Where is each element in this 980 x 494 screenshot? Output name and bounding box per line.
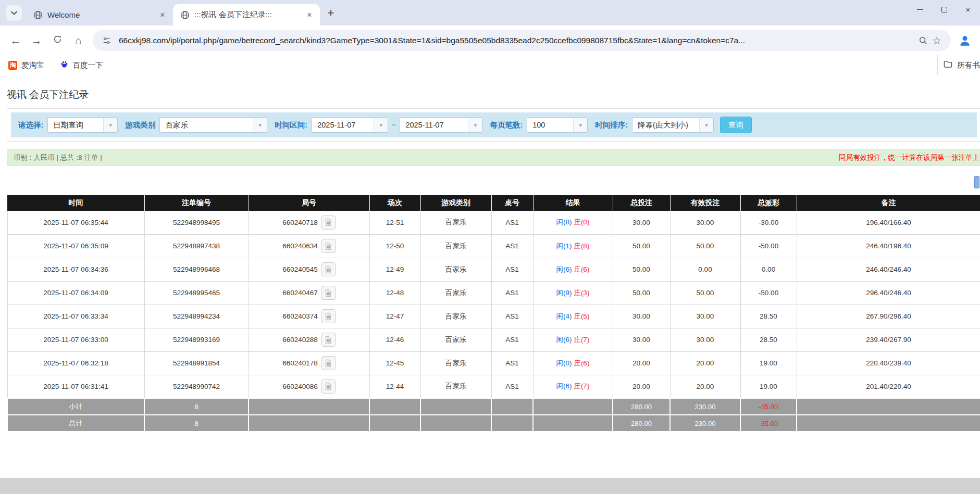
total-bet[interactable]: 20.00 <box>613 375 670 398</box>
result-player: 闲(6) <box>556 265 572 273</box>
address-bar[interactable]: 66cxkj98.com/ipl/portal.php/game/betreco… <box>93 30 951 51</box>
total-bet[interactable]: 30.00 <box>613 211 670 234</box>
bet-time: 2025-11-07 06:35:09 <box>7 234 144 258</box>
result-cell: 闲(9) 庄(3) <box>533 281 613 305</box>
session-number: 12-46 <box>369 328 420 351</box>
zoom-icon[interactable] <box>916 34 930 47</box>
bookmark-baidu[interactable]: 百度一下 <box>60 60 103 71</box>
total-bet[interactable]: 30.00 <box>613 328 670 351</box>
chevron-down-icon[interactable]: ▾ <box>573 118 587 132</box>
round-wrap: 660240086 <box>249 379 369 394</box>
url-text[interactable]: 66cxkj98.com/ipl/portal.php/game/betreco… <box>119 36 911 45</box>
time-range-label: 时间区间: <box>275 120 307 130</box>
close-tab-icon[interactable]: × <box>157 10 168 20</box>
game-type: 百家乐 <box>420 375 491 398</box>
round-number: 660240086 <box>282 383 318 390</box>
session-number: 12-45 <box>369 351 420 375</box>
result-cell: 闲(4) 庄(5) <box>533 305 613 328</box>
total-bet[interactable]: 50.00 <box>613 281 670 305</box>
video-replay-icon[interactable] <box>321 239 336 253</box>
scrollbar-thumb[interactable] <box>974 176 979 188</box>
browser-toolbar: ← → ⌂ 66cxkj98.com/ipl/portal.php/game/b… <box>0 26 980 55</box>
query-type-select[interactable]: 日期查询 ▾ <box>47 117 118 133</box>
total-bet[interactable]: 20.00 <box>613 351 670 375</box>
reload-icon <box>53 34 63 47</box>
tab-welcome[interactable]: Welcome × <box>26 4 173 26</box>
chevron-down-icon[interactable]: ▾ <box>699 118 713 132</box>
result-banker: 庄(7) <box>574 336 589 344</box>
bet-id: 522948996468 <box>144 258 249 281</box>
minimize-button[interactable] <box>908 0 932 19</box>
please-select-label: 请选择: <box>18 120 43 130</box>
bookmark-taobao[interactable]: 淘 爱淘宝 <box>8 60 44 70</box>
date-from-select[interactable]: 2025-11-07 ▾ <box>312 117 388 133</box>
round-cell: 660240374 <box>249 305 369 328</box>
tab-bet-record[interactable]: :::视讯 会员下注纪录::: × <box>173 4 320 26</box>
sort-value[interactable]: 降幂(由大到小) <box>632 118 699 132</box>
back-button[interactable]: ← <box>5 30 26 51</box>
maximize-icon <box>941 7 947 12</box>
chevron-down-icon[interactable]: ▾ <box>374 118 388 132</box>
total-bet[interactable]: 50.00 <box>613 258 670 281</box>
maximize-button[interactable] <box>932 0 956 19</box>
game-type-label: 游戏类别 <box>125 120 155 130</box>
chevron-down-icon[interactable]: ▾ <box>468 118 482 132</box>
date-from-value[interactable]: 2025-11-07 <box>312 118 374 132</box>
sort-select[interactable]: 降幂(由大到小) ▾ <box>632 117 714 133</box>
tab-search-button[interactable] <box>6 5 22 21</box>
bet-time: 2025-11-07 06:31:41 <box>7 375 144 398</box>
payout: -50.00 <box>740 281 797 305</box>
date-to-select[interactable]: 2025-11-07 ▾ <box>400 117 482 133</box>
header-cell: 时间 <box>7 195 144 211</box>
all-bookmarks-button[interactable]: 所有书签 <box>937 55 980 75</box>
summary-empty-cell <box>533 415 613 432</box>
date-to-value[interactable]: 2025-11-07 <box>400 118 468 132</box>
video-replay-icon[interactable] <box>321 216 336 230</box>
table-number: AS1 <box>491 351 533 375</box>
filter-bar: 请选择: 日期查询 ▾ 游戏类别 百家乐 ▾ 时间区间: 2025-11-07 … <box>11 112 977 137</box>
bookmark-star-icon[interactable]: ☆ <box>930 34 944 47</box>
result-cell: 闲(6) 庄(7) <box>533 375 613 398</box>
payout: -50.00 <box>740 234 797 258</box>
close-tab-icon[interactable]: × <box>304 10 315 20</box>
home-button[interactable]: ⌂ <box>68 30 89 51</box>
reload-button[interactable] <box>47 30 68 51</box>
game-type-select[interactable]: 百家乐 ▾ <box>159 117 267 133</box>
valid-bet: 20.00 <box>670 375 740 398</box>
result-player: 闲(6) <box>556 336 572 344</box>
per-page-value[interactable]: 100 <box>527 118 573 132</box>
video-replay-icon[interactable] <box>321 309 336 323</box>
header-cell: 有效投注 <box>670 195 740 211</box>
close-window-button[interactable]: × <box>956 0 980 19</box>
video-replay-icon[interactable] <box>321 333 336 347</box>
query-type-value[interactable]: 日期查询 <box>48 118 103 132</box>
video-replay-icon[interactable] <box>321 286 336 300</box>
profile-avatar[interactable] <box>955 31 975 50</box>
game-type: 百家乐 <box>420 211 491 234</box>
per-page-select[interactable]: 100 ▾ <box>527 117 588 133</box>
result-cell: 闲(1) 庄(8) <box>533 234 613 258</box>
table-row: 2025-11-07 06:32:18522948991854660240178… <box>7 351 980 375</box>
site-settings-icon[interactable] <box>100 34 114 47</box>
total-bet[interactable]: 30.00 <box>613 305 670 328</box>
remark: 296.40/246.40 <box>797 281 980 305</box>
bet-time: 2025-11-07 06:33:00 <box>7 328 144 351</box>
total-bet[interactable]: 50.00 <box>613 234 670 258</box>
chevron-down-icon[interactable]: ▾ <box>253 118 267 132</box>
tab-title: Welcome <box>47 10 153 19</box>
query-button[interactable]: 查询 <box>720 117 752 133</box>
video-replay-icon[interactable] <box>321 379 336 394</box>
video-replay-icon[interactable] <box>321 356 336 370</box>
forward-button[interactable]: → <box>26 30 47 51</box>
new-tab-button[interactable]: + <box>323 5 339 21</box>
tab-strip: Welcome × :::视讯 会员下注纪录::: × + × <box>0 0 980 26</box>
video-replay-icon[interactable] <box>321 262 336 276</box>
summary-empty-cell <box>420 398 491 415</box>
round-cell: 660240288 <box>249 328 369 351</box>
round-cell: 660240086 <box>249 375 369 398</box>
game-type-value[interactable]: 百家乐 <box>160 118 253 132</box>
chevron-down-icon[interactable]: ▾ <box>103 118 117 132</box>
game-type: 百家乐 <box>420 258 491 281</box>
result-banker: 庄(3) <box>574 289 589 297</box>
valid-bet: 0.00 <box>670 258 740 281</box>
